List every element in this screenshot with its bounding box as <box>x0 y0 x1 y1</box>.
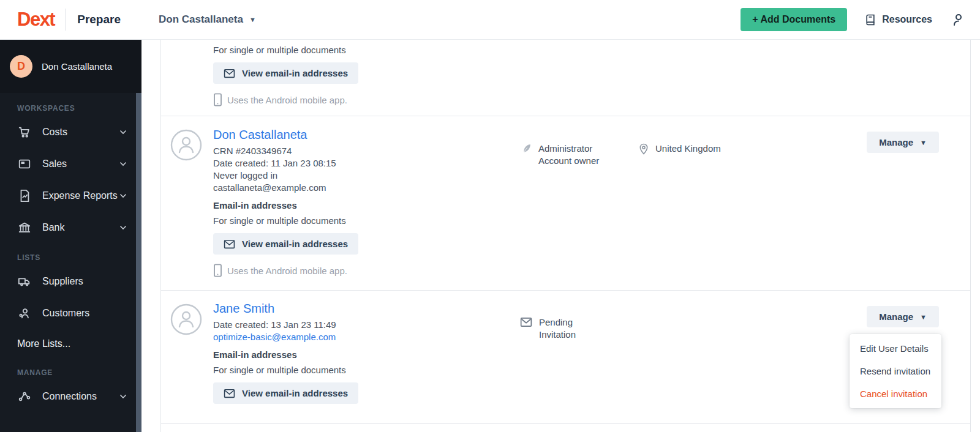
chevron-down-icon <box>118 392 128 401</box>
profile-icon[interactable] <box>951 12 965 27</box>
status-line-2: Invitation <box>539 329 576 341</box>
docs-hint: For single or multiple documents <box>213 215 970 226</box>
avatar: D <box>10 55 32 78</box>
view-email-in-addresses-button[interactable]: View email-in addresses <box>213 62 358 84</box>
sidebar-nav: WORKSPACES Costs Sales <box>0 93 141 432</box>
manage-dropdown-menu: Edit User Details Resend invitation Canc… <box>850 334 941 408</box>
user-row-partial: For single or multiple documents View em… <box>161 40 970 116</box>
chevron-down-icon: ▼ <box>249 16 256 23</box>
role-line-2: Account owner <box>538 155 599 167</box>
users-list: For single or multiple documents View em… <box>160 40 971 432</box>
view-email-in-addresses-button[interactable]: View email-in addresses <box>213 382 358 404</box>
chevron-down-icon: ▼ <box>920 313 927 321</box>
sidebar-item-suppliers[interactable]: Suppliers <box>0 266 141 297</box>
product-name: Prepare <box>77 13 121 26</box>
chevron-down-icon <box>118 127 128 137</box>
add-documents-button[interactable]: + Add Documents <box>741 8 847 31</box>
menu-item-cancel-invitation[interactable]: Cancel invitation <box>850 382 941 405</box>
sidebar-item-customers[interactable]: Customers <box>0 297 141 329</box>
section-label-manage: MANAGE <box>0 359 141 381</box>
truck-icon <box>17 275 32 288</box>
sidebar-profile-name: Don Castallaneta <box>42 61 112 72</box>
menu-item-edit-user-details[interactable]: Edit User Details <box>850 337 941 360</box>
docs-hint: For single or multiple documents <box>213 45 970 55</box>
phone-icon <box>213 93 222 106</box>
sidebar-item-label: Customers <box>42 308 89 319</box>
envelope-icon <box>224 239 235 249</box>
resources-label: Resources <box>882 14 932 25</box>
dext-logo: Dext <box>17 9 55 31</box>
user-avatar-icon <box>170 304 202 335</box>
user-role: Administrator Account owner <box>521 143 599 167</box>
sidebar-item-label: Expense Reports <box>42 190 118 201</box>
email-in-addresses-label: Email-in addresses <box>213 200 970 210</box>
sidebar-item-label: Bank <box>42 222 64 233</box>
sidebar-item-sales[interactable]: Sales <box>0 148 141 180</box>
chevron-down-icon <box>118 191 128 201</box>
location-pin-icon <box>639 143 649 155</box>
mobile-app-note: Uses the Android mobile app. <box>213 264 970 277</box>
manage-button[interactable]: Manage ▼ <box>867 306 939 327</box>
customers-icon <box>17 307 32 320</box>
bank-icon <box>17 221 32 234</box>
user-email: castallaneta@example.com <box>213 182 970 194</box>
sidebar-item-label: Connections <box>42 391 97 402</box>
sidebar-item-connections[interactable]: Connections <box>0 381 141 412</box>
feather-icon <box>521 143 532 167</box>
user-row-stub <box>161 424 970 431</box>
manage-button[interactable]: Manage ▼ <box>867 132 939 153</box>
sidebar-item-label: More Lists... <box>17 338 70 349</box>
top-header: Dext Prepare Don Castallaneta ▼ + Add Do… <box>0 0 980 40</box>
chevron-down-icon <box>118 159 128 169</box>
sidebar-scrollbar[interactable] <box>136 93 141 432</box>
sidebar-item-more-lists[interactable]: More Lists... <box>0 329 141 359</box>
user-name-link[interactable]: Jane Smith <box>213 300 970 316</box>
cart-icon <box>17 125 32 139</box>
sidebar-item-expense-reports[interactable]: Expense Reports <box>0 180 141 212</box>
envelope-icon <box>224 69 235 78</box>
view-email-in-addresses-button[interactable]: View email-in addresses <box>213 233 358 255</box>
book-icon <box>864 13 876 26</box>
sidebar-item-bank[interactable]: Bank <box>0 212 141 244</box>
user-row-jane-smith: Jane Smith Date created: 13 Jan 23 11:49… <box>161 291 970 424</box>
sidebar-profile[interactable]: D Don Castallaneta <box>0 40 141 93</box>
sidebar-item-label: Costs <box>42 127 67 138</box>
user-avatar-icon <box>170 129 202 161</box>
credit-card-icon <box>17 157 32 171</box>
account-selector-label: Don Castallaneta <box>159 13 243 26</box>
report-icon <box>17 189 32 203</box>
sidebar: D Don Castallaneta WORKSPACES Costs Sale… <box>0 40 141 432</box>
user-row-don-castallaneta: Don Castallaneta CRN #2403349674 Date cr… <box>161 116 970 291</box>
resources-button[interactable]: Resources <box>864 13 932 26</box>
sidebar-item-label: Sales <box>42 158 67 169</box>
envelope-icon <box>520 317 532 341</box>
user-location: United Kingdom <box>639 143 721 155</box>
location-label: United Kingdom <box>655 143 721 155</box>
section-label-lists: LISTS <box>0 244 141 266</box>
user-last-login: Never logged in <box>213 169 970 182</box>
logo-divider <box>66 9 66 31</box>
menu-item-resend-invitation[interactable]: Resend invitation <box>850 360 941 382</box>
user-status: Pending Invitation <box>520 316 576 341</box>
status-line-1: Pending <box>539 316 576 329</box>
mobile-app-note: Uses the Android mobile app. <box>213 93 970 106</box>
user-date-created: Date created: 13 Jan 23 11:49 <box>213 319 970 331</box>
chevron-down-icon <box>118 223 128 233</box>
sidebar-item-label: Suppliers <box>42 276 83 287</box>
section-label-workspaces: WORKSPACES <box>0 94 141 116</box>
role-line-1: Administrator <box>538 143 599 155</box>
account-selector-dropdown[interactable]: Don Castallaneta ▼ <box>159 13 256 26</box>
user-name-link[interactable]: Don Castallaneta <box>213 127 970 143</box>
sidebar-item-costs[interactable]: Costs <box>0 116 141 148</box>
envelope-icon <box>224 389 235 398</box>
chevron-down-icon: ▼ <box>920 139 927 146</box>
connections-icon <box>17 390 32 403</box>
phone-icon <box>213 264 222 277</box>
